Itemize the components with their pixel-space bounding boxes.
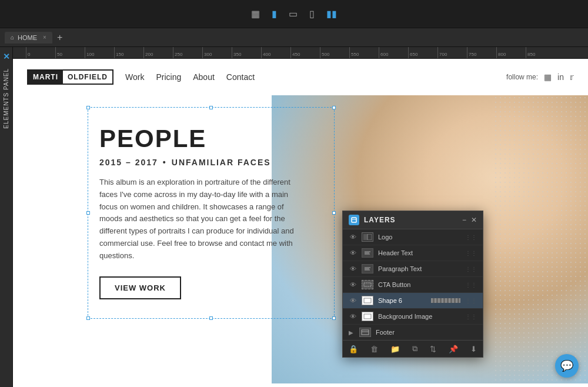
layer-visibility-shape-6[interactable]: 👁 xyxy=(349,297,357,304)
desktop-icon[interactable]: ▯ xyxy=(307,6,317,22)
nav-link-pricing[interactable]: Pricing xyxy=(156,72,181,82)
layer-name-shape-6: Shape 6 xyxy=(378,297,425,304)
nav-link-about[interactable]: About xyxy=(193,72,215,82)
elements-panel-label: ELEMENTS PANEL xyxy=(3,68,9,129)
layer-expand-icon[interactable]: ▶ xyxy=(349,329,355,336)
handle-top-left[interactable] xyxy=(86,106,90,109)
hero-content: PEOPLE 2015 – 2017 • UNFAMILIAR FACES Th… xyxy=(88,113,317,311)
layer-name-cta-button: CTA Button xyxy=(378,281,460,288)
tablet-icon[interactable]: ▭ xyxy=(286,6,300,22)
layers-panel-title: LAYERS xyxy=(364,216,396,224)
layer-drag-shape-6: ⋮⋮ xyxy=(465,298,477,304)
layer-thumb-header-text xyxy=(362,248,373,258)
ruler-mark: 300 xyxy=(202,47,232,58)
ruler-mark: 850 xyxy=(526,47,555,58)
ruler-mark: 650 xyxy=(408,47,437,58)
layers-header-buttons: − ✕ xyxy=(462,216,477,224)
hero-title: PEOPLE xyxy=(99,125,305,153)
lock-icon[interactable]: 🔒 xyxy=(349,345,358,353)
dotted-overlay xyxy=(493,95,588,383)
site-navigation: MARTI OLDFIELD Work Pricing About Contac… xyxy=(13,59,588,95)
ruler-mark: 600 xyxy=(379,47,408,58)
layer-drag-cta-button: ⋮⋮ xyxy=(465,282,477,288)
ruler-mark: 0 xyxy=(26,47,55,58)
nav-links: Work Pricing About Contact xyxy=(125,72,255,82)
layer-item-footer[interactable]: ▶ Footer xyxy=(343,325,483,340)
close-panel-button[interactable]: ✕ xyxy=(3,52,10,61)
layer-drag-paragraph-text: ⋮⋮ xyxy=(465,266,477,272)
svg-rect-15 xyxy=(362,330,369,335)
nav-social: follow me: ▦ in 𝕣 xyxy=(506,72,574,82)
layer-item-header-text[interactable]: 👁 Header Text ⋮⋮ xyxy=(343,245,483,261)
nav-link-work[interactable]: Work xyxy=(125,72,144,82)
ruler-mark: 400 xyxy=(261,47,290,58)
chat-icon: 💬 xyxy=(560,359,573,372)
instagram-icon[interactable]: ▦ xyxy=(544,72,552,82)
tab-bar: ⌂ HOME × + xyxy=(0,28,588,47)
layer-visibility-logo[interactable]: 👁 xyxy=(349,233,357,241)
download-icon[interactable]: ⬇ xyxy=(470,345,477,353)
trash-icon[interactable]: 🗑 xyxy=(370,345,378,353)
handle-bottom-center[interactable] xyxy=(209,316,213,320)
layer-name-logo: Logo xyxy=(378,233,460,241)
layer-name-background-image: Background Image xyxy=(378,313,460,320)
hero-year: 2015 – 2017 xyxy=(99,158,158,167)
ruler-mark: 350 xyxy=(232,47,261,58)
add-tab-button[interactable]: + xyxy=(57,32,62,43)
layer-thumb-logo xyxy=(362,232,373,242)
home-tab[interactable]: ⌂ HOME × xyxy=(5,32,52,44)
twitter-icon[interactable]: 𝕣 xyxy=(570,72,574,82)
top-toolbar: ▦ ▮ ▭ ▯ ▮▮ xyxy=(0,0,588,28)
ruler-marks: 0 50 100 150 200 250 300 350 400 450 500… xyxy=(26,47,555,58)
ruler-mark: 450 xyxy=(290,47,320,58)
ruler-mark: 200 xyxy=(143,47,173,58)
folder-icon[interactable]: 📁 xyxy=(390,345,400,353)
svg-rect-0 xyxy=(352,218,356,222)
canvas-content: MARTI OLDFIELD Work Pricing About Contac… xyxy=(13,59,588,387)
layers-minimize-button[interactable]: − xyxy=(462,216,466,224)
layer-name-header-text: Header Text xyxy=(378,249,460,256)
linkedin-icon[interactable]: in xyxy=(557,72,564,82)
elements-panel: ✕ ELEMENTS PANEL xyxy=(0,47,13,387)
layer-visibility-background-image[interactable]: 👁 xyxy=(349,313,357,320)
layers-list: 👁 Logo ⋮⋮ 👁 xyxy=(343,229,483,340)
layers-panel-icon xyxy=(349,215,359,225)
ruler-top: 0 50 100 150 200 250 300 350 400 450 500… xyxy=(13,47,588,59)
layer-visibility-header-text[interactable]: 👁 xyxy=(349,249,357,256)
cta-button[interactable]: VIEW WORK xyxy=(99,276,181,299)
layers-title-area: LAYERS xyxy=(349,215,396,225)
website-preview: MARTI OLDFIELD Work Pricing About Contac… xyxy=(13,59,588,387)
home-icon: ⌂ xyxy=(11,34,14,41)
camera-icon[interactable]: ▦ xyxy=(249,6,262,22)
layer-item-shape-6[interactable]: 👁 Shape 6 ⋮⋮ xyxy=(343,293,483,309)
chat-widget[interactable]: 💬 xyxy=(555,354,579,378)
editor-area: ✕ ELEMENTS PANEL 0 50 100 150 200 250 30… xyxy=(0,47,588,387)
widescreen-icon[interactable]: ▮▮ xyxy=(324,6,339,22)
tab-label: HOME xyxy=(18,34,37,41)
layer-item-cta-button[interactable]: 👁 CTA Button ⋮⋮ xyxy=(343,277,483,293)
ruler-mark: 550 xyxy=(349,47,379,58)
layer-item-background-image[interactable]: 👁 Background Image ⋮⋮ xyxy=(343,309,483,325)
arrange-icon[interactable]: ⇅ xyxy=(430,345,436,353)
ruler-mark: 150 xyxy=(114,47,143,58)
nav-link-contact[interactable]: Contact xyxy=(226,72,255,82)
handle-top-center[interactable] xyxy=(209,106,213,109)
ruler-mark: 700 xyxy=(437,47,467,58)
svg-rect-14 xyxy=(364,314,371,319)
svg-rect-3 xyxy=(368,234,372,240)
svg-rect-12 xyxy=(364,283,371,286)
layer-name-paragraph-text: Paragraph Text xyxy=(378,265,460,272)
mobile-icon[interactable]: ▮ xyxy=(269,6,279,22)
layer-thumb-cta-button xyxy=(362,280,373,289)
ruler-mark: 50 xyxy=(55,47,85,58)
layers-panel: LAYERS − ✕ 👁 xyxy=(342,211,483,358)
tab-close-button[interactable]: × xyxy=(43,34,46,41)
layer-item-logo[interactable]: 👁 Logo ⋮⋮ xyxy=(343,229,483,245)
layer-visibility-cta-button[interactable]: 👁 xyxy=(349,281,357,288)
duplicate-icon[interactable]: ⧉ xyxy=(412,344,417,353)
layers-close-button[interactable]: ✕ xyxy=(471,216,477,224)
layer-item-paragraph-text[interactable]: 👁 Paragraph Text ⋮⋮ xyxy=(343,261,483,277)
pin-icon[interactable]: 📌 xyxy=(449,345,458,353)
handle-bottom-left[interactable] xyxy=(86,316,90,320)
layer-visibility-paragraph-text[interactable]: 👁 xyxy=(349,265,357,272)
